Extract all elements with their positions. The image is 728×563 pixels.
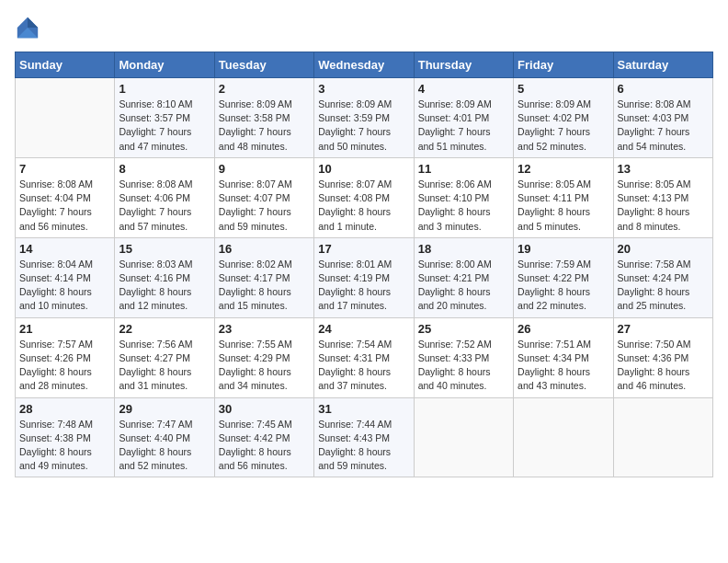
day-info: Sunrise: 8:05 AM Sunset: 4:11 PM Dayligh… <box>518 178 609 234</box>
day-info: Sunrise: 7:48 AM Sunset: 4:38 PM Dayligh… <box>19 418 110 474</box>
day-info: Sunrise: 8:06 AM Sunset: 4:10 PM Dayligh… <box>418 178 509 234</box>
calendar-cell: 5Sunrise: 8:09 AM Sunset: 4:02 PM Daylig… <box>514 78 613 158</box>
calendar-cell: 14Sunrise: 8:04 AM Sunset: 4:14 PM Dayli… <box>16 237 115 317</box>
day-number: 30 <box>219 402 310 416</box>
day-info: Sunrise: 8:07 AM Sunset: 4:07 PM Dayligh… <box>219 178 310 234</box>
calendar-cell: 17Sunrise: 8:01 AM Sunset: 4:19 PM Dayli… <box>314 237 414 317</box>
day-number: 20 <box>618 242 709 256</box>
calendar-cell: 27Sunrise: 7:50 AM Sunset: 4:36 PM Dayli… <box>613 317 712 397</box>
calendar-cell <box>414 397 513 477</box>
day-info: Sunrise: 7:58 AM Sunset: 4:24 PM Dayligh… <box>618 258 709 314</box>
day-info: Sunrise: 8:08 AM Sunset: 4:06 PM Dayligh… <box>119 178 210 234</box>
day-info: Sunrise: 7:55 AM Sunset: 4:29 PM Dayligh… <box>219 338 310 394</box>
day-info: Sunrise: 8:00 AM Sunset: 4:21 PM Dayligh… <box>418 258 509 314</box>
day-number: 19 <box>518 242 609 256</box>
calendar-cell <box>514 397 613 477</box>
day-info: Sunrise: 8:09 AM Sunset: 3:59 PM Dayligh… <box>318 98 409 154</box>
day-number: 26 <box>518 322 609 336</box>
day-number: 4 <box>418 82 509 96</box>
calendar-cell: 28Sunrise: 7:48 AM Sunset: 4:38 PM Dayli… <box>16 397 115 477</box>
day-number: 13 <box>618 162 709 176</box>
calendar-cell: 13Sunrise: 8:05 AM Sunset: 4:13 PM Dayli… <box>613 157 712 237</box>
day-number: 15 <box>119 242 210 256</box>
calendar-cell: 4Sunrise: 8:09 AM Sunset: 4:01 PM Daylig… <box>414 78 513 158</box>
calendar-cell: 31Sunrise: 7:44 AM Sunset: 4:43 PM Dayli… <box>314 397 414 477</box>
day-info: Sunrise: 8:09 AM Sunset: 4:01 PM Dayligh… <box>418 98 509 154</box>
day-number: 23 <box>219 322 310 336</box>
day-number: 29 <box>119 402 210 416</box>
day-number: 7 <box>19 162 110 176</box>
calendar-cell: 9Sunrise: 8:07 AM Sunset: 4:07 PM Daylig… <box>214 157 313 237</box>
day-number: 2 <box>219 82 310 96</box>
day-info: Sunrise: 8:10 AM Sunset: 3:57 PM Dayligh… <box>119 98 210 154</box>
day-number: 16 <box>219 242 310 256</box>
day-info: Sunrise: 8:07 AM Sunset: 4:08 PM Dayligh… <box>318 178 409 234</box>
calendar-cell: 29Sunrise: 7:47 AM Sunset: 4:40 PM Dayli… <box>115 397 214 477</box>
day-info: Sunrise: 7:50 AM Sunset: 4:36 PM Dayligh… <box>618 338 709 394</box>
calendar-cell: 11Sunrise: 8:06 AM Sunset: 4:10 PM Dayli… <box>414 157 513 237</box>
day-info: Sunrise: 8:03 AM Sunset: 4:16 PM Dayligh… <box>119 258 210 314</box>
col-header-thursday: Thursday <box>414 52 513 78</box>
day-info: Sunrise: 8:05 AM Sunset: 4:13 PM Dayligh… <box>618 178 709 234</box>
calendar-week-row: 1Sunrise: 8:10 AM Sunset: 3:57 PM Daylig… <box>16 78 713 158</box>
calendar-cell: 16Sunrise: 8:02 AM Sunset: 4:17 PM Dayli… <box>214 237 313 317</box>
svg-marker-1 <box>28 17 38 28</box>
calendar-cell: 8Sunrise: 8:08 AM Sunset: 4:06 PM Daylig… <box>115 157 214 237</box>
calendar-header-row: SundayMondayTuesdayWednesdayThursdayFrid… <box>16 52 713 78</box>
calendar-cell: 6Sunrise: 8:08 AM Sunset: 4:03 PM Daylig… <box>613 78 712 158</box>
day-number: 5 <box>518 82 609 96</box>
day-number: 10 <box>318 162 409 176</box>
day-number: 25 <box>418 322 509 336</box>
day-info: Sunrise: 7:59 AM Sunset: 4:22 PM Dayligh… <box>518 258 609 314</box>
col-header-saturday: Saturday <box>613 52 712 78</box>
calendar-week-row: 21Sunrise: 7:57 AM Sunset: 4:26 PM Dayli… <box>16 317 713 397</box>
day-info: Sunrise: 7:47 AM Sunset: 4:40 PM Dayligh… <box>119 418 210 474</box>
calendar-week-row: 14Sunrise: 8:04 AM Sunset: 4:14 PM Dayli… <box>16 237 713 317</box>
day-info: Sunrise: 8:09 AM Sunset: 3:58 PM Dayligh… <box>219 98 310 154</box>
logo <box>15 15 42 40</box>
day-number: 8 <box>119 162 210 176</box>
day-number: 6 <box>618 82 709 96</box>
calendar-cell: 2Sunrise: 8:09 AM Sunset: 3:58 PM Daylig… <box>214 78 313 158</box>
calendar-week-row: 28Sunrise: 7:48 AM Sunset: 4:38 PM Dayli… <box>16 397 713 477</box>
day-info: Sunrise: 8:04 AM Sunset: 4:14 PM Dayligh… <box>19 258 110 314</box>
day-number: 21 <box>19 322 110 336</box>
calendar-cell: 24Sunrise: 7:54 AM Sunset: 4:31 PM Dayli… <box>314 317 414 397</box>
calendar-table: SundayMondayTuesdayWednesdayThursdayFrid… <box>15 52 713 477</box>
calendar-week-row: 7Sunrise: 8:08 AM Sunset: 4:04 PM Daylig… <box>16 157 713 237</box>
calendar-cell: 12Sunrise: 8:05 AM Sunset: 4:11 PM Dayli… <box>514 157 613 237</box>
col-header-tuesday: Tuesday <box>214 52 313 78</box>
day-number: 9 <box>219 162 310 176</box>
day-number: 18 <box>418 242 509 256</box>
calendar-cell: 1Sunrise: 8:10 AM Sunset: 3:57 PM Daylig… <box>115 78 214 158</box>
day-number: 17 <box>318 242 409 256</box>
calendar-cell: 26Sunrise: 7:51 AM Sunset: 4:34 PM Dayli… <box>514 317 613 397</box>
logo-icon <box>15 15 40 40</box>
calendar-cell: 23Sunrise: 7:55 AM Sunset: 4:29 PM Dayli… <box>214 317 313 397</box>
day-number: 1 <box>119 82 210 96</box>
day-number: 28 <box>19 402 110 416</box>
day-info: Sunrise: 8:08 AM Sunset: 4:04 PM Dayligh… <box>19 178 110 234</box>
calendar-cell: 3Sunrise: 8:09 AM Sunset: 3:59 PM Daylig… <box>314 78 414 158</box>
day-info: Sunrise: 7:45 AM Sunset: 4:42 PM Dayligh… <box>219 418 310 474</box>
col-header-monday: Monday <box>115 52 214 78</box>
day-info: Sunrise: 7:44 AM Sunset: 4:43 PM Dayligh… <box>318 418 409 474</box>
col-header-wednesday: Wednesday <box>314 52 414 78</box>
calendar-cell: 19Sunrise: 7:59 AM Sunset: 4:22 PM Dayli… <box>514 237 613 317</box>
day-info: Sunrise: 7:51 AM Sunset: 4:34 PM Dayligh… <box>518 338 609 394</box>
calendar-cell: 30Sunrise: 7:45 AM Sunset: 4:42 PM Dayli… <box>214 397 313 477</box>
day-number: 3 <box>318 82 409 96</box>
calendar-cell: 10Sunrise: 8:07 AM Sunset: 4:08 PM Dayli… <box>314 157 414 237</box>
col-header-friday: Friday <box>514 52 613 78</box>
day-info: Sunrise: 8:01 AM Sunset: 4:19 PM Dayligh… <box>318 258 409 314</box>
day-number: 12 <box>518 162 609 176</box>
day-info: Sunrise: 7:56 AM Sunset: 4:27 PM Dayligh… <box>119 338 210 394</box>
calendar-cell: 18Sunrise: 8:00 AM Sunset: 4:21 PM Dayli… <box>414 237 513 317</box>
day-number: 11 <box>418 162 509 176</box>
calendar-cell <box>613 397 712 477</box>
page-header <box>15 15 713 40</box>
day-info: Sunrise: 8:08 AM Sunset: 4:03 PM Dayligh… <box>618 98 709 154</box>
calendar-cell <box>16 78 115 158</box>
calendar-cell: 15Sunrise: 8:03 AM Sunset: 4:16 PM Dayli… <box>115 237 214 317</box>
calendar-cell: 25Sunrise: 7:52 AM Sunset: 4:33 PM Dayli… <box>414 317 513 397</box>
